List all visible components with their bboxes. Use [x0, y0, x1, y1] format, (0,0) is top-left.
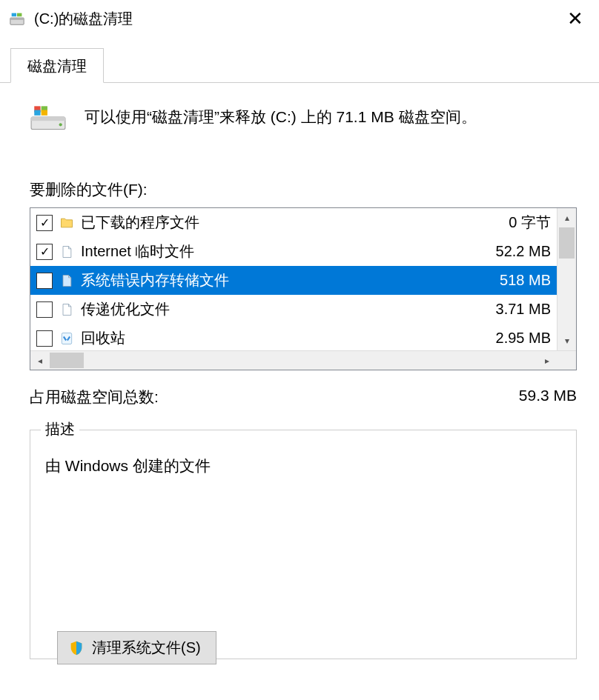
- file-name: 已下载的程序文件: [81, 213, 475, 233]
- svg-rect-10: [42, 110, 47, 116]
- drive-icon: [30, 104, 67, 133]
- file-row[interactable]: 系统错误内存转储文件518 MB: [30, 266, 557, 295]
- panel: 可以使用“磁盘清理”来释放 (C:) 上的 71.1 MB 磁盘空间。 要删除的…: [0, 83, 599, 659]
- file-checkbox[interactable]: ✓: [36, 215, 53, 231]
- vertical-scroll-track[interactable]: [557, 227, 576, 331]
- total-label: 占用磁盘空间总数:: [30, 387, 159, 407]
- file-checkbox[interactable]: [36, 301, 53, 318]
- file-row[interactable]: 回收站2.95 MB: [30, 324, 557, 353]
- svg-rect-11: [62, 333, 71, 344]
- app-icon: [9, 10, 25, 27]
- recycle-icon: [59, 330, 75, 347]
- description-text: 由 Windows 创建的文件: [45, 456, 561, 476]
- description-heading: 描述: [41, 419, 79, 439]
- file-checkbox[interactable]: ✓: [36, 244, 53, 260]
- svg-rect-9: [34, 110, 40, 116]
- file-size: 0 字节: [475, 213, 557, 233]
- svg-rect-1: [10, 18, 24, 20]
- description-box: 描述 由 Windows 创建的文件 清理系统文件(S): [30, 430, 577, 659]
- file-size: 518 MB: [475, 272, 557, 289]
- folder-icon: [59, 215, 75, 231]
- file-row[interactable]: ✓已下载的程序文件0 字节: [30, 208, 557, 237]
- horizontal-scrollbar[interactable]: ◂ ▸: [30, 350, 576, 370]
- scroll-right-icon[interactable]: ▸: [537, 351, 557, 370]
- svg-point-6: [59, 123, 62, 126]
- files-label: 要删除的文件(F):: [30, 179, 577, 200]
- info-text: 可以使用“磁盘清理”来释放 (C:) 上的 71.1 MB 磁盘空间。: [85, 104, 477, 129]
- svg-rect-5: [31, 117, 65, 121]
- vertical-scrollbar[interactable]: ▴ ▾: [557, 208, 576, 350]
- file-checkbox[interactable]: [36, 330, 53, 347]
- tab-disk-cleanup[interactable]: 磁盘清理: [10, 48, 104, 83]
- svg-rect-2: [12, 13, 16, 17]
- file-checkbox[interactable]: [36, 273, 53, 289]
- total-row: 占用磁盘空间总数: 59.3 MB: [30, 387, 577, 407]
- file-row[interactable]: 传递优化文件3.71 MB: [30, 295, 557, 324]
- file-size: 2.95 MB: [475, 330, 557, 347]
- file-name: 回收站: [81, 328, 475, 348]
- files-listbox: ✓已下载的程序文件0 字节✓Internet 临时文件52.2 MB系统错误内存…: [30, 207, 577, 370]
- scroll-corner: [557, 351, 576, 370]
- page-icon: [59, 273, 75, 289]
- files-rows: ✓已下载的程序文件0 字节✓Internet 临时文件52.2 MB系统错误内存…: [30, 208, 557, 350]
- vertical-scroll-thumb[interactable]: [559, 227, 575, 259]
- close-button[interactable]: ✕: [560, 9, 590, 28]
- file-size: 3.71 MB: [475, 301, 557, 318]
- svg-rect-3: [17, 13, 21, 17]
- scroll-left-icon[interactable]: ◂: [30, 351, 50, 370]
- horizontal-scroll-track[interactable]: [50, 351, 537, 370]
- scroll-down-icon[interactable]: ▾: [557, 331, 576, 350]
- titlebar: (C:)的磁盘清理 ✕: [0, 0, 599, 37]
- file-name: 传递优化文件: [81, 299, 475, 319]
- file-name: 系统错误内存转储文件: [81, 270, 475, 290]
- file-row[interactable]: ✓Internet 临时文件52.2 MB: [30, 237, 557, 266]
- page-icon: [59, 301, 75, 318]
- tab-row: 磁盘清理: [0, 37, 599, 83]
- info-row: 可以使用“磁盘清理”来释放 (C:) 上的 71.1 MB 磁盘空间。: [30, 104, 577, 133]
- scroll-up-icon[interactable]: ▴: [557, 208, 576, 227]
- clean-system-files-button[interactable]: 清理系统文件(S): [57, 631, 216, 664]
- horizontal-scroll-thumb[interactable]: [50, 353, 84, 368]
- clean-system-files-label: 清理系统文件(S): [92, 638, 201, 658]
- total-value: 59.3 MB: [519, 387, 577, 407]
- file-size: 52.2 MB: [475, 243, 557, 260]
- file-name: Internet 临时文件: [81, 241, 475, 261]
- page-icon: [59, 244, 75, 260]
- shield-icon: [68, 640, 85, 656]
- window-title: (C:)的磁盘清理: [34, 9, 560, 29]
